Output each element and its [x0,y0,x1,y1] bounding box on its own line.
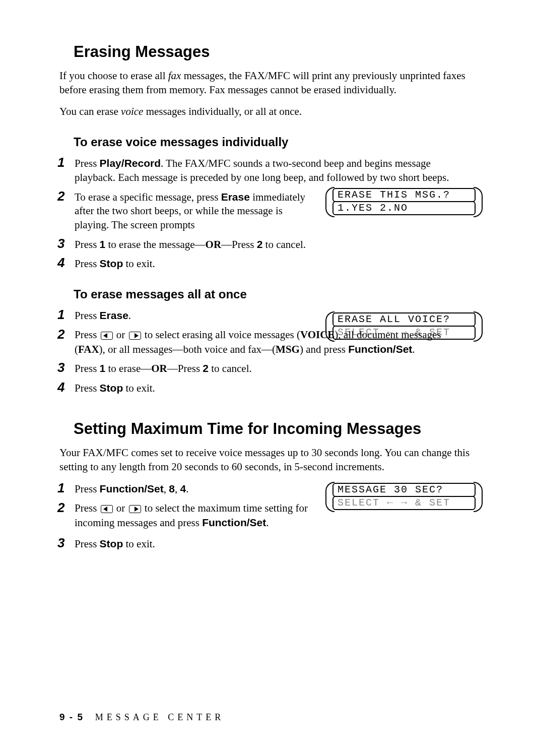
intro-para-2: You can erase voice messages individuall… [59,105,473,119]
button-ref-function-set: Function/Set [100,483,164,494]
heading-erasing-messages: Erasing Messages [74,43,473,61]
step-number: 3 [57,534,64,551]
option-msg: MSG [276,343,300,355]
button-ref-play-record: Play/Record [100,157,161,169]
text: —Press [221,238,257,250]
text: Press [75,157,100,169]
step-number: 1 [57,154,64,171]
text: to exit. [123,258,155,270]
subheading-erase-all: To erase messages all at once [74,287,473,301]
steps-max-time: 1 Press Function/Set, 8, 4. MESSAGE 30 S… [59,482,473,551]
text: Press [75,309,100,322]
step-2: 2 Press or to select the maximum time se… [59,501,473,532]
left-arrow-icon [101,332,113,340]
step-2: 2 Press or to select erasing all voice m… [59,328,473,356]
steps-erase-all: 1 Press Erase. ERASE ALL VOICE? SELECT ←… [59,308,473,396]
text: —Press [167,362,203,374]
text: to cancel. [209,362,252,374]
text: to exit. [123,382,155,394]
lcd-line-1: MESSAGE 30 SEC? [332,483,476,497]
text: . [128,309,131,322]
button-ref-erase: Erase [221,191,250,203]
text: Press [75,483,100,495]
step-3: 3 Press Stop to exit. [59,537,473,551]
key-ref-2: 2 [203,362,209,374]
text: ) and press [300,343,348,355]
text-italic: fax [168,70,181,82]
key-ref-8: 8 [169,483,175,494]
footer-section: MESSAGE CENTER [95,712,225,722]
step-number: 4 [57,379,64,396]
text: Press [75,502,100,514]
step-number: 1 [57,306,64,323]
text: or [114,329,128,341]
step-4: 4 Press Stop to exit. [59,381,473,396]
text: or [114,502,128,514]
text-italic: voice [121,105,143,117]
key-ref-1: 1 [100,362,106,374]
step-3: 3 Press 1 to erase—OR—Press 2 to cancel. [59,361,473,376]
left-arrow-icon [101,505,113,513]
step-1: 1 Press Erase. ERASE ALL VOICE? SELECT ←… [59,308,473,323]
text: Press [75,538,100,550]
step-number: 1 [57,479,64,496]
text: to cancel. [262,238,306,250]
text-or: OR [151,362,167,374]
step-number: 2 [57,499,64,516]
text: Press [75,329,100,341]
text: To erase a specific message, press [75,191,221,203]
button-ref-stop: Stop [100,538,123,549]
step-4: 4 Press Stop to exit. [59,257,473,271]
text: Press [75,258,100,270]
step-number: 2 [57,187,64,205]
button-ref-function-set: Function/Set [348,343,412,355]
text: messages individually, or all at once. [143,105,302,117]
step-1: 1 Press Function/Set, 8, 4. MESSAGE 30 S… [59,482,473,496]
lcd-display: ERASE THIS MSG.? 1.YES 2.NO [332,188,476,215]
lcd-line-1: ERASE ALL VOICE? [332,312,476,327]
option-fax: FAX [78,343,99,355]
manual-page: Erasing Messages If you choose to erase … [0,0,533,756]
button-ref-stop: Stop [100,382,123,394]
step-2: 2 To erase a specific message, press Era… [59,190,473,232]
button-ref-erase: Erase [100,309,128,321]
text: . [412,343,415,355]
heading-max-time: Setting Maximum Time for Incoming Messag… [74,420,473,438]
text: , [164,483,169,495]
step-number: 3 [57,235,64,252]
page-number: 9 - 5 [59,712,84,722]
text: to exit. [123,538,155,550]
right-arrow-icon [129,505,141,513]
text: Press [75,238,100,250]
page-footer: 9 - 5 MESSAGE CENTER [59,712,224,723]
key-ref-1: 1 [100,238,106,250]
text: to select erasing all voice messages ( [142,329,300,341]
subheading-erase-individually: To erase voice messages individually [74,135,473,149]
text: Press [75,362,100,374]
intro-para-1: If you choose to erase all fax messages,… [59,69,473,97]
text-or: OR [206,238,222,250]
intro-para-max-time: Your FAX/MFC comes set to receive voice … [59,446,473,474]
text: You can erase [59,105,121,117]
text: ), or all messages—both voice and fax—( [99,343,276,355]
option-voice: VOICE [300,329,335,341]
text: , [175,483,180,495]
button-ref-stop: Stop [100,258,123,269]
lcd-line-1: ERASE THIS MSG.? [332,188,476,202]
step-number: 2 [57,326,64,343]
button-ref-function-set: Function/Set [202,517,266,528]
right-arrow-icon [129,332,141,340]
text: If you choose to erase all [59,70,168,82]
text: . [186,483,188,495]
step-number: 3 [57,359,64,376]
step-3: 3 Press 1 to erase the message—OR—Press … [59,237,473,252]
key-ref-4: 4 [180,483,186,494]
text: to erase the message— [105,238,205,250]
lcd-line-2: 1.YES 2.NO [332,201,476,215]
text: . [266,517,269,529]
text: to erase— [105,362,151,374]
step-number: 4 [57,254,64,271]
text: Press [75,382,100,394]
key-ref-2: 2 [257,238,263,250]
steps-erase-individually: 1 Press Play/Record. The FAX/MFC sounds … [59,156,473,271]
